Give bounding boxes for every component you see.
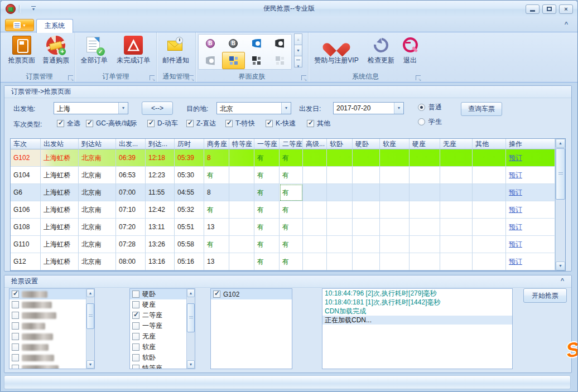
skin-option-office-blue[interactable] <box>245 35 268 52</box>
passenger-item-4[interactable] <box>9 331 94 342</box>
skin-option-dx-dark[interactable] <box>222 35 245 52</box>
train-type-checkbox-2[interactable]: D-动车 <box>147 119 178 128</box>
book-link[interactable]: 预订 <box>509 240 522 248</box>
log-line-1[interactable]: 10:18:40:181 [1]次,执行耗时[1442]毫秒 <box>322 298 512 307</box>
skin-option-squares-gray[interactable] <box>268 52 292 69</box>
train-type-checkbox-1[interactable]: GC-高铁/城际 <box>86 119 137 128</box>
passenger-item-3[interactable] <box>9 321 94 331</box>
exit-button[interactable]: 退出 <box>399 34 421 64</box>
panel-collapse-button[interactable]: ^ <box>558 277 567 285</box>
chevron-down-icon[interactable]: ▾ <box>281 103 291 114</box>
grid-row-G102[interactable]: G102上海虹桥北京南06:3912:1805:398有有预订 <box>11 149 555 167</box>
train-type-checkbox-6[interactable]: 其他 <box>307 119 330 128</box>
scroll-up-button[interactable]: ▲ <box>86 289 94 297</box>
passenger-item-1[interactable] <box>9 299 94 310</box>
col-header-12[interactable]: 硬卧 <box>353 139 380 149</box>
book-link[interactable]: 预订 <box>509 223 522 231</box>
col-header-8[interactable]: 一等座 <box>254 139 280 149</box>
passenger-item-2[interactable] <box>9 310 94 321</box>
grid-row-G6[interactable]: G6上海虹桥北京南07:0011:5504:558有有预订 <box>11 184 555 201</box>
seat-item-特等座[interactable]: 特等座 <box>130 363 195 369</box>
col-header-7[interactable]: 特等座 <box>229 139 254 149</box>
grid-row-G110[interactable]: G110上海虹桥北京南07:2813:2605:58有有有预订 <box>11 236 555 253</box>
application-menu-button[interactable]: ▾ <box>5 19 34 31</box>
grab-train-item-G102[interactable]: G102 <box>211 289 292 299</box>
mail-notify-button[interactable]: 邮件通知 <box>158 34 194 64</box>
dialog-launcher-icon[interactable] <box>68 75 73 80</box>
col-header-6[interactable]: 商务座 <box>204 139 229 149</box>
passenger-list-scrollbar[interactable]: ▲ ▼ <box>86 289 94 369</box>
gallery-scroll-up-button[interactable]: ▲ <box>294 33 302 45</box>
train-type-checkbox-5[interactable]: K-快速 <box>266 119 296 128</box>
book-link[interactable]: 预订 <box>509 154 522 162</box>
chevron-down-icon[interactable]: ▾ <box>394 103 403 114</box>
date-combobox[interactable]: 2017-07-20 ▾ <box>333 102 404 114</box>
tab-main-system[interactable]: 主系统 <box>36 19 73 33</box>
seat-item-硬卧[interactable]: 硬卧 <box>130 289 195 299</box>
radio-student[interactable]: 学生 <box>418 117 442 127</box>
to-combobox[interactable]: 北京 ▾ <box>216 102 291 114</box>
passenger-item-7[interactable] <box>9 363 94 369</box>
unfinished-orders-button[interactable]: 未完成订单 <box>112 34 155 64</box>
grid-row-G12[interactable]: G12上海虹桥北京南08:0013:1605:1613有有预订 <box>11 253 555 270</box>
book-link[interactable]: 预订 <box>509 258 522 265</box>
col-header-11[interactable]: 软卧 <box>327 139 353 149</box>
scroll-up-button[interactable]: ▲ <box>556 139 565 148</box>
dialog-launcher-icon[interactable] <box>416 75 421 80</box>
normal-purchase-button[interactable]: + 普通购票 <box>38 34 74 64</box>
col-header-1[interactable]: 出发站 <box>41 139 79 149</box>
book-link[interactable]: 预订 <box>509 206 522 214</box>
sponsor-vip-button[interactable]: 赞助与注册VIP <box>310 34 363 64</box>
dialog-launcher-icon[interactable] <box>189 75 194 80</box>
book-link[interactable]: 预订 <box>509 171 522 179</box>
skin-option-squares-blue-selected[interactable] <box>222 52 245 69</box>
col-header-3[interactable]: 出发... <box>116 139 146 149</box>
selected-train-list[interactable]: G102 <box>210 288 292 369</box>
col-header-9[interactable]: 二等座 <box>280 139 303 149</box>
col-header-14[interactable]: 硬座 <box>410 139 440 149</box>
scroll-up-button[interactable]: ▲ <box>187 289 195 297</box>
grid-vertical-scrollbar[interactable]: ▲ ▼ <box>555 139 565 270</box>
col-header-13[interactable]: 软座 <box>380 139 410 149</box>
col-header-10[interactable]: 高级... <box>303 139 327 149</box>
passenger-item-0[interactable] <box>9 289 94 299</box>
scrollbar-thumb[interactable] <box>556 148 565 200</box>
col-header-17[interactable]: 操作 <box>506 139 555 149</box>
skin-option-squares-dark[interactable] <box>245 52 268 69</box>
check-update-button[interactable]: 检查更新 <box>363 34 399 64</box>
scroll-down-button[interactable]: ▼ <box>86 360 94 369</box>
passenger-item-5[interactable] <box>9 342 94 352</box>
skin-option-office-black[interactable] <box>268 35 292 52</box>
minimize-button[interactable] <box>526 4 540 14</box>
start-grab-button[interactable]: 开始抢票 <box>523 288 567 303</box>
train-type-checkbox-3[interactable]: Z-直达 <box>186 119 216 128</box>
scrollbar-thumb[interactable] <box>86 303 94 329</box>
gallery-expand-button[interactable]: ▾ <box>294 56 302 67</box>
swap-stations-button[interactable]: <--> <box>142 101 173 115</box>
log-line-2[interactable]: CDN加载完成 <box>322 307 512 316</box>
col-header-16[interactable]: 其他 <box>473 139 506 149</box>
seat-item-无座[interactable]: 无座 <box>130 331 195 342</box>
col-header-2[interactable]: 到达站 <box>79 139 116 149</box>
scroll-down-button[interactable]: ▼ <box>556 262 565 270</box>
radio-normal[interactable]: 普通 <box>418 103 442 112</box>
skin-option-dx-purple[interactable] <box>199 35 222 52</box>
seat-list-scrollbar[interactable]: ▲ ▼ <box>186 289 195 369</box>
gallery-scroll-down-button[interactable]: ▼ <box>294 45 302 56</box>
close-button[interactable]: × <box>559 4 573 14</box>
train-type-checkbox-4[interactable]: T-特快 <box>225 119 255 128</box>
restore-button[interactable] <box>542 4 556 14</box>
log-line-3[interactable]: 正在加载CDN... <box>322 316 512 325</box>
scrollbar-thumb[interactable] <box>187 303 195 332</box>
seat-item-硬座[interactable]: 硬座 <box>130 299 195 310</box>
from-combobox[interactable]: 上海 ▾ <box>54 102 128 114</box>
grid-row-G106[interactable]: G106上海虹桥北京南07:1012:4205:32有有有预订 <box>11 201 555 219</box>
col-header-0[interactable]: 车次 <box>11 139 41 149</box>
dialog-launcher-icon[interactable] <box>301 75 306 80</box>
passenger-item-6[interactable] <box>9 352 94 363</box>
dialog-launcher-icon[interactable] <box>150 75 155 80</box>
log-panel[interactable]: 10:18:44:796 [2]次,执行耗时[279]毫秒10:18:40:18… <box>322 288 513 369</box>
col-header-5[interactable]: 历时 <box>175 139 204 149</box>
scroll-down-button[interactable]: ▼ <box>187 360 195 369</box>
col-header-4[interactable]: 到达... <box>146 139 175 149</box>
